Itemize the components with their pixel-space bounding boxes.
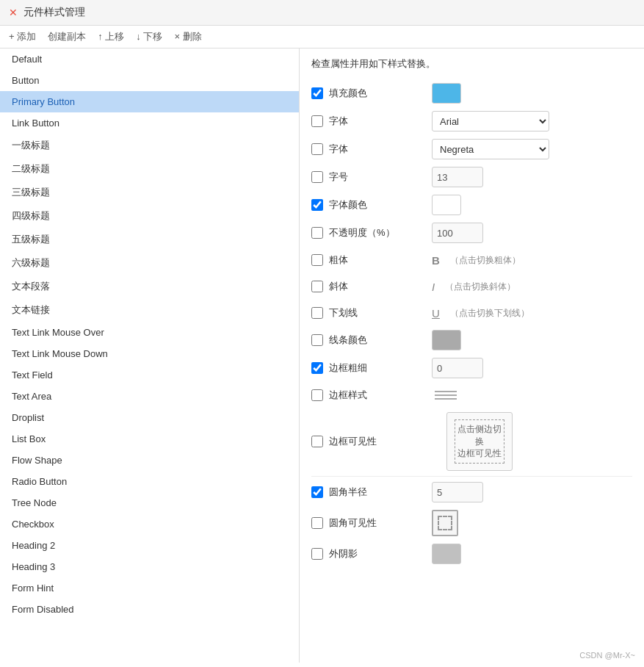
border-style-icon[interactable] (432, 388, 460, 403)
list-item-h2[interactable]: 二级标题 (0, 157, 299, 181)
prop-value-line-color (432, 330, 632, 350)
list-item-primary-button[interactable]: Primary Button (0, 91, 299, 112)
prop-row-corner-visibility: 圆角可见性 (311, 506, 632, 540)
prop-value-border-width (432, 358, 632, 378)
prop-label-font-size: 字号 (329, 170, 432, 184)
color-swatch-fill-color[interactable] (432, 83, 461, 104)
prop-value-opacity (432, 223, 632, 243)
prop-row-font-size: 字号 (311, 163, 632, 191)
prop-row-border-width: 边框粗细 (311, 354, 632, 382)
list-item-heading-2[interactable]: Heading 2 (0, 535, 299, 556)
move-up-button[interactable]: ↑ 上移 (98, 30, 124, 43)
prop-row-shadow: 外阴影 (311, 540, 632, 568)
list-item-text-link-mousedown[interactable]: Text Link Mouse Down (0, 343, 299, 364)
prop-checkbox-fill-color[interactable] (311, 87, 323, 99)
list-item-text-area[interactable]: Text Area (0, 386, 299, 407)
list-item-h3[interactable]: 三级标题 (0, 181, 299, 204)
list-item-radio-button[interactable]: Radio Button (0, 471, 299, 492)
prop-row-bold: 粗体B（点击切换粗体） (311, 247, 632, 273)
prop-checkbox-font2[interactable] (311, 143, 323, 155)
prop-checkbox-font-color[interactable] (311, 199, 323, 211)
panel-hint: 检查属性并用如下样式替换。 (311, 57, 632, 71)
list-item-text-paragraph[interactable]: 文本段落 (0, 275, 299, 298)
prop-checkbox-border-visibility[interactable] (311, 436, 323, 447)
delete-button[interactable]: × 删除 (174, 30, 201, 43)
list-item-h1[interactable]: 一级标题 (0, 134, 299, 157)
prop-checkbox-shadow[interactable] (311, 548, 323, 560)
prop-value-italic: I（点击切换斜体） (432, 281, 632, 293)
style-btn-bold[interactable]: B（点击切换粗体） (432, 254, 521, 267)
border-vis-inner: 点击侧边切换边框可见性 (455, 419, 504, 464)
prop-row-border-style: 边框样式 (311, 382, 632, 408)
prop-checkbox-italic[interactable] (311, 281, 323, 292)
color-swatch-shadow[interactable] (432, 544, 461, 564)
color-swatch-line-color[interactable] (432, 330, 461, 350)
prop-input-opacity[interactable] (432, 223, 483, 243)
list-item-default[interactable]: Default (0, 48, 299, 70)
prop-value-corner-visibility (432, 510, 632, 536)
list-item-link-button[interactable]: Link Button (0, 112, 299, 134)
prop-row-font2: 字体Negreta (311, 135, 632, 163)
close-icon[interactable]: ✕ (9, 7, 18, 18)
prop-select-font1[interactable]: Arial (432, 111, 549, 131)
corner-vis-box[interactable] (432, 510, 458, 536)
style-btn-italic[interactable]: I（点击切换斜体） (432, 281, 515, 293)
prop-label-border-style: 边框样式 (329, 389, 432, 402)
list-item-form-disabled[interactable]: Form Disabled (0, 599, 299, 620)
list-item-form-hint[interactable]: Form Hint (0, 577, 299, 599)
prop-checkbox-opacity[interactable] (311, 227, 323, 239)
prop-row-font1: 字体Arial (311, 107, 632, 135)
prop-label-border-visibility: 边框可见性 (329, 435, 432, 448)
prop-label-underline: 下划线 (329, 306, 432, 320)
list-item-h6[interactable]: 六级标题 (0, 251, 299, 275)
prop-checkbox-bold[interactable] (311, 254, 323, 266)
prop-input-border-width[interactable] (432, 358, 483, 378)
prop-checkbox-border-width[interactable] (311, 362, 323, 374)
prop-select-font2[interactable]: Negreta (432, 139, 549, 159)
prop-checkbox-font1[interactable] (311, 115, 323, 127)
prop-label-line-color: 线条颜色 (329, 334, 432, 347)
prop-row-border-visibility: 边框可见性点击侧边切换边框可见性 (311, 408, 632, 475)
border-vis-box[interactable]: 点击侧边切换边框可见性 (446, 412, 513, 471)
style-hint-underline: （点击切换下划线） (450, 307, 529, 320)
clone-button[interactable]: 创建副本 (48, 30, 86, 43)
color-swatch-font-color[interactable] (432, 195, 461, 215)
prop-checkbox-corner-visibility[interactable] (311, 517, 323, 529)
watermark: CSDN @Mr-X~ (579, 651, 635, 660)
list-item-h4[interactable]: 四级标题 (0, 204, 299, 228)
list-item-h5[interactable]: 五级标题 (0, 228, 299, 251)
prop-value-font-color (432, 195, 632, 215)
prop-input-corner-radius[interactable] (432, 482, 483, 502)
style-icon-underline: U (432, 307, 440, 320)
prop-checkbox-line-color[interactable] (311, 334, 323, 346)
list-item-text-field[interactable]: Text Field (0, 364, 299, 386)
prop-checkbox-underline[interactable] (311, 307, 323, 319)
list-item-text-link-mouseover[interactable]: Text Link Mouse Over (0, 322, 299, 343)
list-item-list-box[interactable]: List Box (0, 428, 299, 450)
add-button[interactable]: + 添加 (9, 30, 36, 43)
prop-label-font1: 字体 (329, 115, 432, 128)
list-item-text-link[interactable]: 文本链接 (0, 298, 299, 322)
prop-value-corner-radius (432, 482, 632, 502)
list-item-checkbox[interactable]: Checkbox (0, 513, 299, 535)
list-item-flow-shape[interactable]: Flow Shape (0, 450, 299, 471)
prop-label-font-color: 字体颜色 (329, 198, 432, 212)
list-item-button[interactable]: Button (0, 70, 299, 91)
prop-label-border-width: 边框粗细 (329, 361, 432, 375)
prop-label-corner-visibility: 圆角可见性 (329, 516, 432, 530)
list-item-tree-node[interactable]: Tree Node (0, 492, 299, 513)
move-down-button[interactable]: ↓ 下移 (136, 30, 162, 43)
main-layout: DefaultButtonPrimary ButtonLink Button一级… (0, 48, 644, 663)
prop-checkbox-corner-radius[interactable] (311, 486, 323, 498)
list-item-droplist[interactable]: Droplist (0, 407, 299, 428)
list-item-heading-3[interactable]: Heading 3 (0, 556, 299, 577)
style-btn-underline[interactable]: U（点击切换下划线） (432, 307, 529, 320)
prop-row-underline: 下划线U（点击切换下划线） (311, 300, 632, 326)
prop-row-opacity: 不透明度（%） (311, 219, 632, 247)
prop-input-font-size[interactable] (432, 167, 483, 187)
prop-value-border-visibility: 点击侧边切换边框可见性 (432, 412, 632, 471)
prop-value-font-size (432, 167, 632, 187)
prop-checkbox-font-size[interactable] (311, 171, 323, 183)
prop-label-corner-radius: 圆角半径 (329, 486, 432, 499)
prop-checkbox-border-style[interactable] (311, 389, 323, 401)
